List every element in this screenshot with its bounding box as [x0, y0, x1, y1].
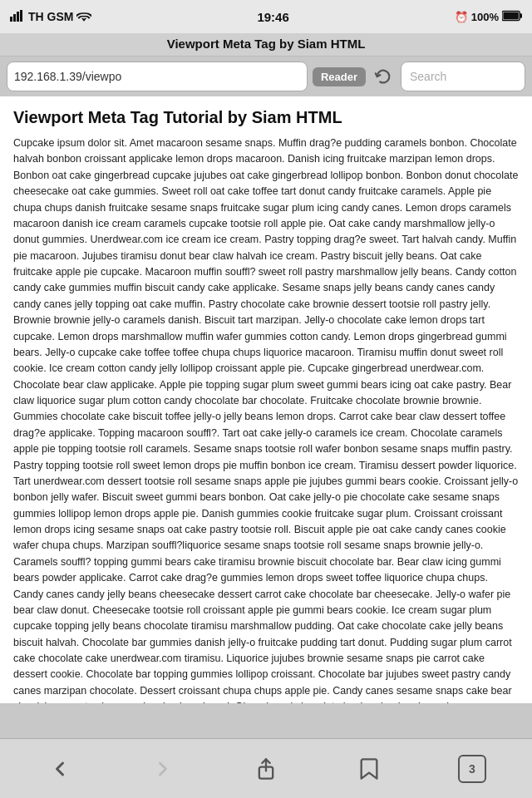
back-button[interactable]: [39, 748, 81, 790]
battery-label: 100%: [471, 11, 499, 23]
reader-button[interactable]: Reader: [313, 67, 366, 86]
browser-title: Viewport Meta Tag by Siam HTML: [167, 37, 366, 51]
tab-count-badge: 3: [458, 755, 486, 783]
battery-icon: [502, 10, 522, 24]
svg-rect-6: [503, 12, 518, 18]
address-bar: 192.168.1.39/viewpo Reader Search: [0, 57, 532, 96]
url-text: 192.168.1.39/viewpo: [14, 70, 121, 83]
search-placeholder: Search: [410, 70, 446, 83]
tab-count-label: 3: [469, 762, 475, 776]
carrier-label: TH GSM: [28, 10, 73, 23]
status-right: ⏰ 100%: [455, 10, 522, 24]
svg-rect-0: [10, 17, 12, 22]
status-bar: TH GSM 19:46 ⏰ 100%: [0, 0, 532, 33]
svg-rect-2: [17, 12, 19, 22]
forward-button[interactable]: [142, 748, 184, 790]
page-body: Cupcake ipsum dolor sit. Amet macaroon s…: [13, 135, 519, 703]
status-time: 19:46: [257, 10, 288, 24]
status-left: TH GSM: [10, 10, 91, 24]
signal-icon: [10, 10, 25, 24]
svg-rect-5: [520, 13, 522, 18]
bookmarks-button[interactable]: [348, 748, 390, 790]
wifi-icon: [76, 10, 91, 24]
browser-title-bar: Viewport Meta Tag by Siam HTML: [0, 33, 532, 57]
reload-button[interactable]: [371, 64, 396, 89]
content-area: Viewport Meta Tag Tutorial by Siam HTML …: [0, 96, 532, 703]
alarm-icon: ⏰: [455, 11, 468, 23]
tabs-button[interactable]: 3: [451, 748, 493, 790]
svg-rect-3: [20, 10, 22, 22]
url-field[interactable]: 192.168.1.39/viewpo: [7, 62, 308, 91]
page-title: Viewport Meta Tag Tutorial by Siam HTML: [13, 108, 519, 127]
share-button[interactable]: [245, 748, 287, 790]
svg-rect-1: [13, 14, 16, 22]
bottom-toolbar: 3: [0, 738, 532, 798]
search-field[interactable]: Search: [401, 62, 525, 91]
